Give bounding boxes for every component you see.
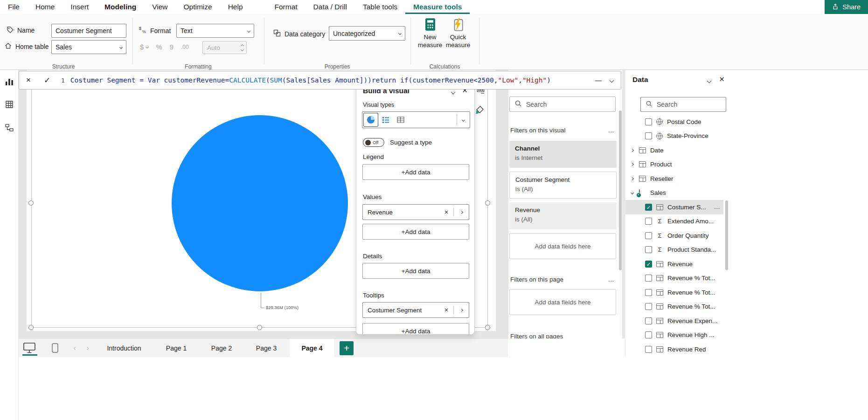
field-checkbox[interactable]	[645, 118, 652, 125]
collapse-formula-icon[interactable]: —	[595, 76, 602, 84]
expand-formula-chevron-icon[interactable]	[610, 78, 614, 83]
field-checkbox[interactable]	[645, 246, 652, 253]
close-pane-icon[interactable]: ×	[719, 74, 724, 84]
add-data-fields-dropzone[interactable]: Add data fields here	[509, 233, 616, 259]
resize-handle-bottom-left[interactable]	[28, 325, 34, 330]
menu-modeling[interactable]: Modeling	[97, 0, 144, 14]
suggest-type-toggle[interactable]: Off	[363, 138, 384, 147]
field-options-chevron-icon[interactable]	[454, 211, 469, 213]
formula-text[interactable]: Costumer Segment = Var customerRevenue=C…	[70, 76, 588, 84]
field-row[interactable]: Postal Code	[625, 115, 723, 129]
menu-format[interactable]: Format	[267, 0, 306, 14]
field-row[interactable]: Revenue High ...	[625, 328, 723, 343]
field-row[interactable]: State-Province	[625, 129, 723, 144]
add-page-button[interactable]: +	[340, 341, 354, 355]
remove-field-icon[interactable]: ×	[439, 208, 453, 216]
table-visual-type-icon[interactable]	[393, 113, 408, 127]
tooltips-field-chip[interactable]: Costumer Segment ×	[362, 302, 469, 318]
field-checkbox-checked[interactable]	[645, 261, 652, 268]
collapse-pane-chevron-icon[interactable]	[707, 79, 712, 83]
filters-search-input[interactable]: Search	[509, 96, 616, 112]
table-row[interactable]: Product	[625, 158, 723, 172]
currency-format-button[interactable]: $	[140, 43, 148, 51]
page-tab-page-2[interactable]: Page 2	[200, 339, 243, 358]
page-tab-page-3[interactable]: Page 3	[245, 339, 288, 358]
data-scrollbar[interactable]	[725, 200, 728, 270]
field-row[interactable]: Revenue % Tot...	[625, 285, 723, 300]
commit-formula-icon[interactable]: ✓	[38, 76, 56, 85]
resize-handle-bottom[interactable]	[257, 325, 262, 330]
filters-scrollbar[interactable]	[619, 110, 622, 270]
field-checkbox[interactable]	[645, 289, 652, 296]
resize-handle-bottom-right[interactable]	[485, 325, 490, 330]
more-options-icon[interactable]: …	[608, 127, 615, 134]
quick-measure-button[interactable]: Quick measure	[444, 18, 472, 49]
new-measure-button[interactable]: New measure	[417, 18, 444, 49]
thousands-format-button[interactable]: 9	[170, 43, 174, 51]
chevron-right-icon[interactable]	[629, 163, 635, 165]
field-checkbox-checked[interactable]	[645, 204, 652, 211]
field-checkbox[interactable]	[645, 132, 652, 139]
previous-page-icon[interactable]: ‹	[71, 339, 78, 358]
field-row[interactable]: Revenue % Tot...	[625, 300, 723, 314]
field-checkbox[interactable]	[645, 275, 652, 282]
field-row[interactable]: Revenue	[625, 257, 723, 271]
menu-optimize[interactable]: Optimize	[175, 0, 220, 14]
menu-help[interactable]: Help	[220, 0, 251, 14]
field-checkbox[interactable]	[645, 218, 652, 225]
table-row[interactable]: Date	[625, 143, 723, 158]
field-row[interactable]: Revenue Expen...	[625, 314, 723, 328]
chevron-right-icon[interactable]	[629, 178, 635, 180]
model-view-icon[interactable]	[5, 123, 14, 134]
field-checkbox[interactable]	[645, 317, 652, 324]
pie-chart-type-icon[interactable]	[363, 113, 378, 127]
field-row[interactable]: Revenue % Tot...	[625, 271, 723, 286]
resize-handle-right[interactable]	[485, 200, 490, 206]
field-row[interactable]: Revenue Red	[625, 342, 723, 357]
measure-name-input-value[interactable]	[56, 27, 122, 34]
filter-card-channel[interactable]: Channel is Internet	[509, 141, 617, 168]
remove-field-icon[interactable]: ×	[439, 306, 453, 314]
field-checkbox[interactable]	[645, 303, 652, 310]
auto-stepper[interactable]	[241, 45, 243, 51]
formula-bar[interactable]: × ✓ 1 Costumer Segment = Var customerRev…	[19, 71, 621, 90]
menu-file[interactable]: File	[0, 0, 28, 14]
values-field-chip[interactable]: Revenue ×	[362, 204, 469, 220]
decimal-format-button[interactable]: .00	[181, 44, 189, 50]
field-row-selected[interactable]: Costumer S... …	[625, 200, 723, 214]
table-row[interactable]: Reseller	[625, 172, 723, 186]
stepper-up-icon[interactable]	[241, 44, 244, 47]
field-checkbox[interactable]	[645, 232, 652, 239]
format-select[interactable]: Text	[176, 24, 254, 38]
menu-view[interactable]: View	[144, 0, 175, 14]
tooltips-add-data-button[interactable]: +Add data	[362, 323, 469, 335]
menu-table-tools[interactable]: Table tools	[355, 0, 405, 14]
collapse-panel-chevron-icon[interactable]	[451, 90, 456, 95]
values-add-data-button[interactable]: +Add data	[362, 224, 469, 240]
table-row-sales[interactable]: Sales	[625, 186, 723, 200]
legend-chart-type-icon[interactable]	[378, 113, 393, 127]
field-checkbox[interactable]	[645, 331, 652, 338]
decimal-places-input[interactable]: Auto	[202, 41, 247, 54]
page-tab-page-1[interactable]: Page 1	[155, 339, 198, 358]
details-add-data-button[interactable]: +Add data	[362, 263, 469, 279]
chevron-down-icon[interactable]	[629, 192, 635, 194]
more-options-icon[interactable]: …	[608, 276, 615, 283]
share-button[interactable]: Share	[825, 0, 868, 14]
percent-format-button[interactable]: %	[156, 43, 162, 51]
field-checkbox[interactable]	[645, 346, 652, 353]
desktop-layout-icon[interactable]	[23, 343, 35, 355]
field-options-chevron-icon[interactable]	[454, 309, 469, 311]
resize-handle-left[interactable]	[28, 200, 34, 206]
next-page-icon[interactable]: ›	[84, 339, 91, 358]
measure-name-input[interactable]	[51, 24, 126, 38]
menu-data-drill[interactable]: Data / Drill	[306, 0, 355, 14]
legend-add-data-button[interactable]: +Add data	[362, 164, 469, 180]
report-view-icon[interactable]	[5, 77, 14, 88]
chevron-right-icon[interactable]	[629, 149, 635, 151]
menu-insert[interactable]: Insert	[62, 0, 97, 14]
filter-card-revenue[interactable]: Revenue is (All)	[509, 202, 617, 229]
page-tab-page-4-active[interactable]: Page 4	[290, 339, 334, 358]
data-category-select[interactable]: Uncategorized	[329, 26, 405, 41]
pie-chart-visual[interactable]	[172, 115, 348, 291]
